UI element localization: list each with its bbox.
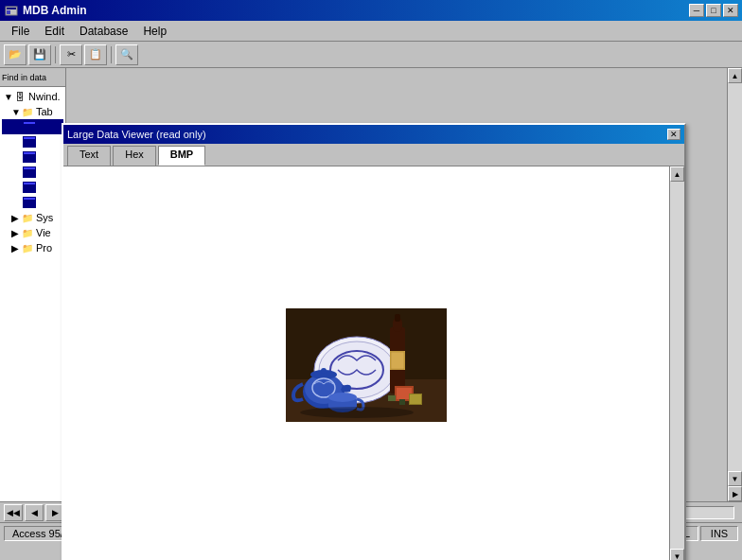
viewer-title: Large Data Viewer (read only): [67, 129, 667, 140]
tree-tables-label: Tab: [36, 106, 53, 117]
viewer-scroll-up[interactable]: ▲: [670, 166, 684, 182]
tree-root-label: Nwind.: [28, 91, 61, 102]
find-bar: Find in data: [0, 68, 65, 87]
tab-bmp[interactable]: BMP: [158, 146, 205, 166]
svg-rect-14: [24, 198, 35, 200]
svg-rect-40: [286, 308, 287, 309]
close-button[interactable]: ✕: [723, 4, 738, 17]
svg-rect-24: [391, 352, 404, 369]
tree-proc-icon: 📁: [21, 241, 34, 254]
toolbar-separator-2: [111, 46, 112, 63]
viewer-content-area: ▲ ▼: [63, 166, 684, 560]
svg-rect-6: [24, 137, 35, 139]
tree-sys-label: Sys: [36, 212, 53, 223]
tree-table-1[interactable]: [2, 119, 63, 134]
menu-file[interactable]: File: [4, 23, 37, 40]
tab-text[interactable]: Text: [67, 146, 111, 166]
svg-rect-4: [24, 122, 35, 124]
minimize-button[interactable]: ─: [689, 4, 704, 17]
left-panel: Find in data ▼ 🗄 Nwind. ▼ 📁 Tab: [0, 68, 66, 501]
tree-root-icon: 🗄: [13, 90, 26, 103]
tree-sys-expand: ▶: [11, 213, 21, 223]
nav-first-button[interactable]: ◀◀: [4, 504, 23, 521]
viewer-title-bar: Large Data Viewer (read only) ✕: [63, 125, 684, 144]
menu-database[interactable]: Database: [72, 23, 135, 40]
viewer-tabs: Text Hex BMP: [63, 144, 684, 166]
svg-rect-22: [395, 314, 400, 322]
svg-rect-37: [388, 395, 396, 401]
viewer-scroll-track: [670, 182, 684, 549]
nav-prev-button[interactable]: ◀: [25, 504, 44, 521]
tree-views-expand: ▶: [11, 228, 21, 238]
ins-indicator: INS: [700, 526, 738, 541]
tree-procedures[interactable]: ▶ 📁 Pro: [2, 240, 63, 255]
tree-tables[interactable]: ▼ 📁 Tab: [2, 104, 63, 119]
find-bar-label: Find in data: [2, 73, 46, 82]
viewer-bmp-content: [63, 166, 669, 560]
scroll-down-button[interactable]: ▼: [728, 471, 742, 486]
right-scrollbar: ▲ ▼ ▶: [727, 68, 742, 501]
tree-root[interactable]: ▼ 🗄 Nwind.: [2, 89, 63, 104]
tree-views[interactable]: ▶ 📁 Vie: [2, 225, 63, 240]
tree-tables-icon: 📁: [21, 105, 34, 118]
menu-edit[interactable]: Edit: [37, 23, 72, 40]
svg-rect-38: [399, 399, 405, 405]
svg-rect-1: [7, 8, 16, 9]
toolbar-save-button[interactable]: 💾: [28, 44, 51, 65]
scroll-right-button[interactable]: ▶: [728, 486, 742, 501]
tree-system-tables[interactable]: ▶ 📁 Sys: [2, 210, 63, 225]
app-title: MDB Admin: [23, 4, 689, 17]
tree-proc-label: Pro: [36, 242, 52, 254]
tree-views-label: Vie: [36, 227, 51, 238]
title-bar: MDB Admin ─ □ ✕: [0, 0, 742, 21]
svg-rect-8: [24, 152, 35, 154]
large-data-viewer: Large Data Viewer (read only) ✕ Text Hex…: [62, 123, 686, 560]
toolbar-search-button[interactable]: 🔍: [115, 44, 138, 65]
toolbar-cut-button[interactable]: ✂: [60, 44, 82, 65]
svg-rect-2: [7, 10, 10, 14]
tree-table-5[interactable]: [2, 180, 63, 195]
svg-point-39: [300, 407, 414, 418]
tree-expand-icon: ▼: [4, 92, 13, 102]
svg-rect-36: [410, 394, 421, 404]
tree-table-3[interactable]: [2, 149, 63, 165]
app-icon: [4, 3, 19, 18]
viewer-scrollbar-v: ▲ ▼: [669, 166, 684, 560]
maximize-button[interactable]: □: [706, 4, 721, 17]
tree-table-4[interactable]: [2, 165, 63, 180]
tree-table-2[interactable]: [2, 134, 63, 149]
svg-rect-12: [24, 183, 35, 184]
toolbar-paste-button[interactable]: 📋: [84, 44, 107, 65]
toolbar-separator-1: [55, 46, 56, 63]
tree-sys-icon: 📁: [21, 211, 34, 224]
viewer-scroll-down[interactable]: ▼: [670, 549, 684, 560]
svg-point-28: [321, 368, 327, 374]
tree-proc-expand: ▶: [11, 243, 21, 254]
menu-help[interactable]: Help: [135, 23, 174, 40]
tree-views-icon: 📁: [21, 226, 34, 239]
window-controls: ─ □ ✕: [689, 4, 738, 17]
tab-hex[interactable]: Hex: [113, 146, 156, 166]
tree-tables-expand: ▼: [11, 107, 21, 117]
svg-rect-10: [24, 167, 35, 169]
menu-bar: File Edit Database Help: [0, 21, 742, 42]
tree-table-6[interactable]: [2, 195, 63, 210]
scroll-track: [728, 83, 742, 471]
toolbar-open-button[interactable]: 📂: [4, 44, 26, 65]
toolbar: 📂 💾 ✂ 📋 🔍: [0, 42, 742, 68]
viewer-close-button[interactable]: ✕: [667, 129, 680, 140]
svg-point-32: [328, 393, 357, 402]
bmp-image: [286, 308, 447, 422]
tree-area: ▼ 🗄 Nwind. ▼ 📁 Tab: [0, 87, 65, 501]
main-layout: Find in data ▼ 🗄 Nwind. ▼ 📁 Tab: [0, 68, 742, 501]
scroll-up-button[interactable]: ▲: [728, 68, 742, 83]
